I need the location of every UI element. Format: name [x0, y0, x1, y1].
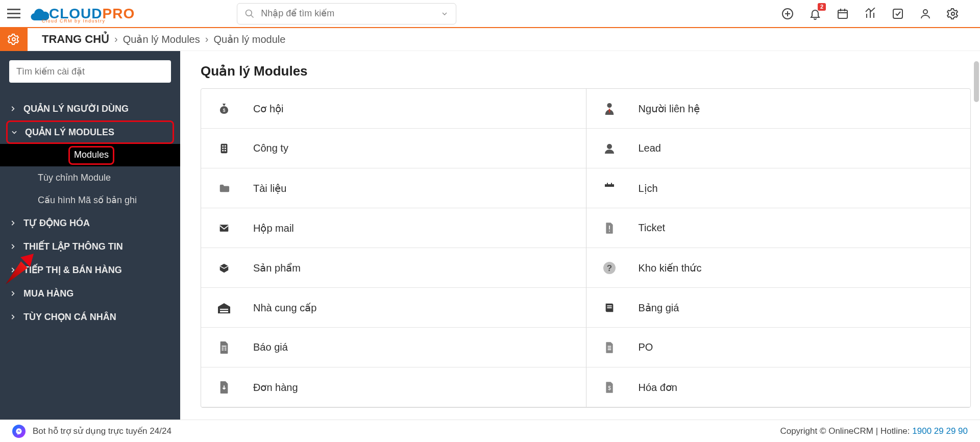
- scrollbar[interactable]: [974, 61, 979, 102]
- module-label: Tài liệu: [253, 182, 286, 194]
- modules-grid: $Cơ hộiNgười liên hệCông tyLeadTài liệuL…: [201, 88, 971, 408]
- sidebar-item-users[interactable]: QUẢN LÝ NGƯỜI DÙNG: [9, 97, 171, 120]
- module-label: Hóa đơn: [639, 381, 678, 394]
- svg-rect-20: [221, 143, 228, 153]
- svg-point-19: [607, 103, 611, 108]
- breadcrumb-home[interactable]: TRANG CHỦ: [42, 33, 109, 46]
- module-item[interactable]: Người liên hệ: [586, 89, 971, 129]
- module-item[interactable]: Ticket: [586, 208, 971, 248]
- alert-doc-icon: [601, 222, 618, 235]
- module-item[interactable]: Công ty: [201, 129, 586, 168]
- module-item[interactable]: Hộp mail: [201, 208, 586, 248]
- svg-rect-46: [222, 349, 224, 350]
- svg-rect-42: [607, 307, 611, 308]
- highlight-annotation: Modules: [68, 146, 114, 165]
- sidebar-item-label: QUẢN LÝ MODULES: [25, 127, 114, 138]
- module-label: Báo giá: [253, 341, 288, 353]
- add-button[interactable]: [781, 7, 794, 20]
- module-item[interactable]: $Cơ hội: [201, 89, 586, 129]
- svg-point-14: [951, 12, 954, 15]
- hamburger-menu[interactable]: [0, 0, 28, 28]
- module-label: PO: [639, 341, 653, 353]
- module-label: Cơ hội: [253, 103, 284, 115]
- settings-home-button[interactable]: [0, 28, 28, 51]
- gear-icon: [8, 33, 20, 45]
- module-label: Lịch: [639, 182, 658, 194]
- topbar: CLOUDPRO Cloud CRM by Industry 2: [0, 0, 980, 28]
- svg-rect-41: [607, 305, 611, 306]
- module-item[interactable]: Bảng giá: [586, 288, 971, 328]
- footer-right: Copyright © OnlineCRM | Hotline: 1900 29…: [780, 426, 968, 436]
- module-item[interactable]: Báo giá: [201, 328, 586, 367]
- search-icon: [244, 9, 255, 19]
- svg-point-13: [923, 10, 927, 14]
- doc-dollar-icon: $: [601, 381, 618, 394]
- module-item[interactable]: Lead: [586, 129, 971, 168]
- chevron-right-icon: ›: [114, 33, 118, 45]
- sidebar-item-personal[interactable]: TÙY CHỌN CÁ NHÂN: [9, 305, 171, 329]
- svg-rect-39: [220, 308, 228, 309]
- global-search[interactable]: [237, 3, 456, 24]
- sidebar-item-automation[interactable]: TỰ ĐỘNG HÓA: [9, 211, 171, 235]
- sidebar-item-marketing-sales[interactable]: TIẾP THỊ & BÁN HÀNG: [9, 258, 171, 282]
- chevron-right-icon: ›: [205, 33, 209, 45]
- module-label: Người liên hệ: [639, 103, 700, 115]
- sidebar-sub-record-number[interactable]: Cấu hình Mã số bản ghi: [0, 189, 180, 211]
- tasks-button[interactable]: [891, 7, 904, 20]
- sidebar-item-label: TIẾP THỊ & BÁN HÀNG: [23, 264, 122, 276]
- svg-rect-33: [220, 225, 229, 231]
- calendar-button[interactable]: [836, 7, 849, 20]
- global-search-input[interactable]: [261, 8, 440, 19]
- sidebar-search-input[interactable]: [16, 66, 164, 77]
- module-label: Công ty: [253, 142, 288, 154]
- svg-rect-43: [222, 346, 226, 347]
- messenger-button[interactable]: [12, 425, 26, 438]
- sidebar-item-label: MUA HÀNG: [23, 288, 74, 299]
- reports-button[interactable]: [864, 7, 877, 20]
- sidebar-item-info-setup[interactable]: THIẾT LẬP THÔNG TIN: [9, 235, 171, 258]
- module-item[interactable]: $Hóa đơn: [586, 367, 971, 407]
- sidebar-item-modules[interactable]: QUẢN LÝ MODULES: [11, 127, 114, 138]
- sidebar-sub-label: Modules: [74, 150, 109, 160]
- footer-copyright: Copyright © OnlineCRM: [780, 426, 873, 436]
- profile-button[interactable]: [919, 7, 932, 20]
- svg-rect-24: [225, 148, 226, 149]
- sidebar-search[interactable]: [9, 60, 171, 83]
- module-label: Nhà cung cấp: [253, 302, 316, 314]
- module-item[interactable]: Sản phẩm: [201, 248, 586, 288]
- footer: Bot hỗ trợ sử dụng trực tuyến 24/24 Copy…: [0, 420, 980, 442]
- sidebar-item-label: TÙY CHỌN CÁ NHÂN: [23, 311, 116, 323]
- footer-hotline-label: Hotline:: [880, 426, 910, 436]
- svg-rect-32: [611, 183, 612, 185]
- module-item[interactable]: Nhà cung cấp: [201, 288, 586, 328]
- svg-rect-12: [893, 9, 902, 18]
- svg-rect-44: [222, 348, 224, 349]
- sidebar-item-label: TỰ ĐỘNG HÓA: [23, 217, 90, 229]
- chevron-right-icon: [9, 313, 16, 321]
- sidebar-item-label: THIẾT LẬP THÔNG TIN: [23, 241, 123, 252]
- breadcrumb-level-1[interactable]: Quản lý Modules: [123, 33, 200, 45]
- module-label: Hộp mail: [253, 222, 294, 234]
- building-icon: [215, 142, 233, 155]
- settings-button[interactable]: [946, 7, 960, 20]
- accent-line: [0, 27, 980, 28]
- gear-icon: [947, 8, 959, 20]
- chart-icon: [864, 8, 876, 20]
- chevron-right-icon: [9, 219, 16, 227]
- module-item[interactable]: ?Kho kiến thức: [586, 248, 971, 288]
- sidebar-sub-customize-module[interactable]: Tùy chỉnh Module: [0, 166, 180, 189]
- svg-point-0: [246, 10, 252, 16]
- sidebar-sub-modules[interactable]: Modules: [0, 144, 180, 166]
- module-item[interactable]: Đơn hàng: [201, 367, 586, 407]
- sidebar-item-purchasing[interactable]: MUA HÀNG: [9, 282, 171, 305]
- notifications-button[interactable]: 2: [808, 7, 822, 20]
- chevron-right-icon: [9, 266, 16, 274]
- moneybag-icon: $: [215, 103, 233, 115]
- module-item[interactable]: Lịch: [586, 168, 971, 208]
- module-item[interactable]: Tài liệu: [201, 168, 586, 208]
- svg-rect-25: [222, 150, 224, 151]
- module-item[interactable]: PO: [586, 328, 971, 367]
- chevron-down-icon[interactable]: [440, 10, 449, 18]
- footer-hotline-number[interactable]: 1900 29 29 90: [912, 426, 968, 436]
- calendar-icon: [601, 182, 618, 194]
